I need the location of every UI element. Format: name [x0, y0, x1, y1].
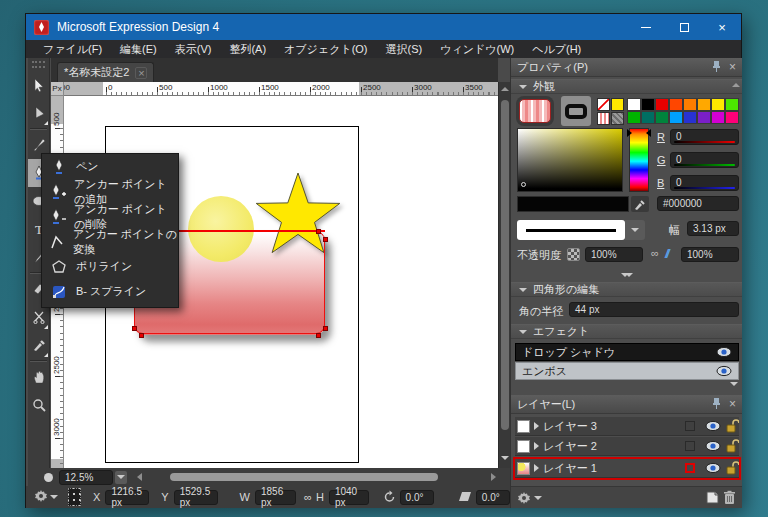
pin-icon[interactable] — [712, 398, 721, 411]
palette-color[interactable] — [669, 111, 683, 124]
layer-expand-icon[interactable] — [534, 422, 539, 430]
palette-color[interactable] — [627, 98, 641, 111]
status-gear-dropdown-icon[interactable] — [50, 495, 58, 499]
last-color-swatch[interactable] — [611, 98, 624, 111]
saturation-value-picker[interactable] — [517, 128, 623, 192]
horizontal-scroll-thumb[interactable] — [170, 473, 438, 481]
link-wh-icon[interactable]: ∞ — [304, 491, 312, 503]
palette-color[interactable] — [627, 111, 641, 124]
zoom-dropdown-button[interactable] — [115, 471, 127, 484]
r-value-field[interactable]: 0 — [670, 129, 739, 145]
vertical-scrollbar[interactable] — [498, 82, 510, 468]
panel-scroll-up-icon[interactable] — [732, 83, 740, 87]
skew-field[interactable]: 0.0° — [476, 490, 510, 505]
vertical-scroll-thumb[interactable] — [501, 100, 509, 430]
pin-icon[interactable] — [712, 61, 721, 74]
menu-arrange[interactable]: 整列(A) — [220, 40, 275, 59]
flyout-item-bspline[interactable]: B- スプライン — [42, 279, 178, 304]
palette-color[interactable] — [725, 111, 739, 124]
delete-layer-trash-icon[interactable] — [723, 490, 736, 505]
document-tab[interactable]: *名称未設定2 × — [57, 62, 154, 82]
eyedropper-button[interactable] — [631, 196, 649, 212]
sv-picker-handle[interactable] — [521, 182, 526, 187]
stroke-appearance-swatch[interactable] — [561, 96, 591, 126]
unlock-icon[interactable] — [725, 419, 739, 433]
registration-point-selector[interactable] — [68, 488, 81, 506]
width-field[interactable]: 1856 px — [255, 490, 296, 505]
scroll-left-icon[interactable] — [137, 473, 142, 481]
layer-expand-icon[interactable] — [534, 464, 539, 472]
scroll-down-icon[interactable] — [501, 456, 509, 460]
eye-visibility-icon[interactable] — [705, 440, 721, 452]
anchor-point[interactable] — [316, 333, 321, 338]
flyout-item-convert-anchor[interactable]: アンカー ポイントの変換 — [42, 229, 178, 254]
palette-color[interactable] — [683, 98, 697, 111]
layer-row-1-selected[interactable]: レイヤー 1 — [515, 459, 739, 478]
effect-drop-shadow-row[interactable]: ドロップ シャドウ — [515, 343, 739, 361]
palette-color[interactable] — [697, 98, 711, 111]
palette-color[interactable] — [655, 98, 669, 111]
opacity-field[interactable]: 100% — [585, 247, 643, 262]
gear-dropdown-icon[interactable] — [534, 496, 542, 500]
y-position-field[interactable]: 1529.5 px — [174, 490, 218, 505]
eye-visibility-icon[interactable] — [716, 365, 732, 377]
anchor-point[interactable] — [323, 326, 328, 331]
rectangle-edit-section-header[interactable]: 四角形の編集 — [511, 282, 742, 297]
zoom-indicator-icon[interactable] — [44, 473, 53, 482]
layer-row-3[interactable]: レイヤー 3 — [515, 417, 739, 436]
layer-options-gear-icon[interactable] — [517, 491, 531, 505]
minimize-button[interactable] — [627, 14, 665, 40]
fill-appearance-swatch[interactable] — [519, 99, 551, 123]
layer-select-checkbox[interactable] — [685, 441, 695, 451]
tool-pan[interactable] — [28, 363, 50, 391]
g-value-field[interactable]: 0 — [670, 152, 739, 168]
gradient-swatch[interactable] — [597, 112, 610, 125]
tool-zoom[interactable] — [28, 391, 50, 419]
stroke-style-dropdown[interactable] — [625, 220, 645, 240]
menu-help[interactable]: ヘルプ(H) — [523, 40, 590, 59]
palette-color[interactable] — [669, 98, 683, 111]
menu-window[interactable]: ウィンドウ(W) — [431, 40, 523, 59]
horizontal-scrollbar[interactable] — [146, 471, 487, 483]
tab-close-icon[interactable]: × — [135, 67, 147, 79]
flyout-item-remove-anchor[interactable]: アンカー ポイントの削除 — [42, 204, 178, 229]
palette-color[interactable] — [711, 98, 725, 111]
unlock-icon[interactable] — [725, 461, 739, 475]
effect-emboss-row[interactable]: エンボス — [515, 362, 739, 380]
eye-visibility-icon[interactable] — [705, 462, 721, 474]
zoom-level-field[interactable]: 12.5% — [59, 470, 113, 485]
unlock-icon[interactable] — [725, 439, 739, 453]
corner-radius-field[interactable]: 44 px — [569, 302, 739, 317]
palette-color[interactable] — [655, 111, 669, 124]
scroll-right-icon[interactable] — [491, 473, 496, 481]
flyout-item-pen[interactable]: ペン — [42, 154, 178, 179]
anchor-point[interactable] — [316, 229, 321, 234]
status-gear-icon[interactable] — [34, 489, 48, 505]
eye-visibility-icon[interactable] — [705, 420, 721, 432]
opacity-link-icon[interactable]: ∞ — [651, 247, 659, 259]
tool-eyedropper[interactable] — [28, 331, 50, 359]
texture-swatch[interactable] — [611, 112, 624, 125]
title-bar[interactable]: Microsoft Expression Design 4 × — [26, 14, 741, 40]
properties-panel-header[interactable]: プロパティ(P) × — [511, 58, 742, 77]
eye-visibility-icon[interactable] — [716, 346, 732, 358]
flyout-item-add-anchor[interactable]: アンカー ポイントの追加 — [42, 179, 178, 204]
panel-scroll-down-icon[interactable] — [730, 382, 738, 386]
menu-file[interactable]: ファイル(F) — [34, 40, 111, 59]
stroke-opacity-field[interactable]: 100% — [681, 247, 739, 262]
effects-section-header[interactable]: エフェクト — [511, 324, 742, 339]
hue-marker-right-icon[interactable] — [646, 129, 651, 137]
menu-view[interactable]: 表示(V) — [166, 40, 221, 59]
no-color-swatch[interactable] — [597, 98, 610, 111]
palette-color[interactable] — [641, 111, 655, 124]
anchor-point[interactable] — [323, 237, 328, 242]
tool-selection[interactable] — [28, 71, 50, 99]
palette-color[interactable] — [725, 98, 739, 111]
layer-select-checkbox[interactable] — [685, 421, 695, 431]
hex-color-field[interactable]: #000000 — [657, 196, 739, 211]
appearance-section-header[interactable]: 外観 — [511, 79, 742, 94]
hue-strip[interactable] — [629, 128, 649, 192]
menu-edit[interactable]: 編集(E) — [111, 40, 166, 59]
menu-object[interactable]: オブジェクト(O) — [275, 40, 376, 59]
palette-color[interactable] — [697, 111, 711, 124]
